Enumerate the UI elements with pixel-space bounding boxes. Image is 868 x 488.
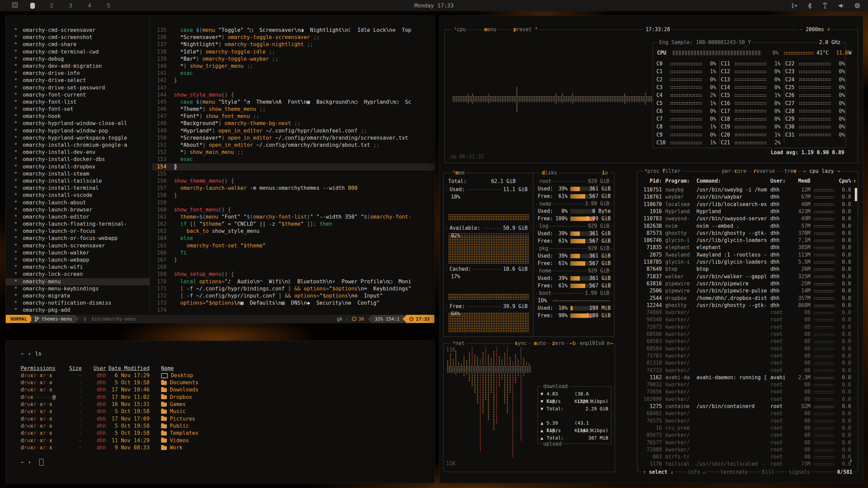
process-row[interactable]: 803btrfs-trroot0B0.0 bbox=[641, 453, 853, 461]
file-item[interactable]: *omarchy-notification-dismiss bbox=[6, 300, 150, 307]
file-item[interactable]: *omarchy-install-vscode bbox=[6, 192, 150, 199]
process-row[interactable]: 110761waybar/usr/bin/waybardhh67M0.0 bbox=[641, 194, 853, 201]
net-box-title[interactable]: ³net bbox=[451, 340, 466, 347]
file-item[interactable]: *omarchy-install-terminal bbox=[6, 185, 150, 192]
file-item[interactable]: *omarchy-hyprland-window-close-all bbox=[6, 120, 150, 127]
process-row[interactable]: 106746glycin-i/usr/lib/glycin-loadersdhh… bbox=[641, 237, 853, 244]
code-line[interactable]: 152 *) show_main_menu ;; bbox=[152, 149, 434, 156]
bluetooth-icon[interactable] bbox=[807, 3, 812, 9]
file-item[interactable]: *omarchy-install-docker-dbs bbox=[6, 156, 150, 163]
code-line[interactable]: 162 if [[ "$theme" = "CNCLD" || -z "$the… bbox=[152, 221, 434, 228]
file-item[interactable]: *omarchy-menu bbox=[6, 278, 150, 285]
volume-icon[interactable] bbox=[838, 3, 845, 9]
kill-button[interactable]: Kill bbox=[761, 469, 776, 475]
info-button[interactable]: info ↵ bbox=[686, 469, 707, 475]
logout-icon[interactable] bbox=[791, 3, 798, 9]
code-line[interactable]: 136 *Screensaver*) omarchy-toggle-screen… bbox=[152, 34, 434, 41]
process-row[interactable]: 16rcu_preeroot0B0.0 bbox=[641, 425, 853, 432]
code-line[interactable]: 174 bbox=[152, 307, 434, 314]
process-row[interactable]: 12244ghostty/usr/bin/ghostty --gtk-dhh86… bbox=[641, 302, 853, 309]
process-row[interactable]: 1170tailscal/usr/sbin/tailscaled --root7… bbox=[641, 461, 853, 468]
process-row[interactable]: 1275containe/usr/bin/containerdroot52M0.… bbox=[641, 403, 853, 410]
file-item[interactable]: *omarchy-launch-wifi bbox=[6, 264, 150, 271]
process-row[interactable]: 73656kworker/root0B0.0 bbox=[641, 388, 853, 396]
code-line[interactable]: 146 *Theme*) show_theme_menu ;; bbox=[152, 106, 434, 113]
file-item[interactable]: *omarchy-install-chromium-google-a bbox=[6, 142, 150, 149]
code-line[interactable]: 164 else bbox=[152, 235, 434, 242]
file-item[interactable]: *omarchy-launch-or-focus-webapp bbox=[6, 235, 150, 242]
process-row[interactable]: 1162avahi-daavahi-daemon: running [avahi… bbox=[641, 374, 853, 382]
scroll-down-icon[interactable]: ↓ bbox=[849, 457, 852, 464]
process-row[interactable]: 73703kworker/root0B0.0 bbox=[641, 352, 853, 360]
process-row[interactable]: 110783swayosd-/usr/bin/swayosd-serverdhh… bbox=[641, 215, 853, 223]
prompt-line[interactable]: ~› bbox=[21, 459, 428, 466]
net-auto-button[interactable]: auto bbox=[532, 340, 547, 347]
file-item[interactable]: *omarchy-dev-add-migration bbox=[6, 63, 150, 70]
process-row[interactable]: 68402kworker/root0B0.0 bbox=[641, 410, 853, 418]
file-item[interactable]: *omarchy-hyprland-window-pop bbox=[6, 127, 150, 135]
filter-button[interactable]: filter bbox=[661, 168, 682, 175]
clock[interactable]: Monday 17:33 bbox=[414, 2, 454, 9]
process-row[interactable]: 94540kworker/root0B0.0 bbox=[641, 316, 853, 324]
process-row[interactable]: 63816pipewire/usr/bin/pipewiredhh25M0.0 bbox=[641, 280, 853, 288]
file-item[interactable]: *omarchy-font-set bbox=[6, 106, 150, 113]
process-row[interactable]: 1916HyprlandHyprlanddhh423M0.0 bbox=[641, 208, 853, 216]
code-line[interactable]: 169show_setup_menu() { bbox=[152, 271, 434, 278]
signals-button[interactable]: signals bbox=[787, 469, 811, 475]
code-line[interactable]: 158} bbox=[152, 192, 434, 199]
mem-box-title[interactable]: ²mem bbox=[451, 169, 466, 176]
code-line[interactable]: 148 *Background*) omarchy-theme-bg-next … bbox=[152, 120, 434, 127]
process-row[interactable]: 71837walker/usr/bin/walker --gappldhh325… bbox=[641, 273, 853, 281]
tree-button[interactable]: tree bbox=[783, 168, 798, 175]
process-row[interactable]: 72073kworker/root0B0.0 bbox=[641, 324, 853, 331]
process-row[interactable]: 2075XwaylandXwayland :1 -rootless -dhh11… bbox=[641, 251, 853, 259]
code-line[interactable]: 142} bbox=[152, 77, 434, 84]
process-row[interactable]: 110670localsea/usr/lib/localsearch-exdhh… bbox=[641, 201, 853, 208]
code-line[interactable]: 154} bbox=[152, 163, 434, 170]
workspace-1-active[interactable] bbox=[30, 3, 35, 9]
code-line[interactable]: 165 omarchy-font-set "$theme" bbox=[152, 242, 434, 249]
net-zero-button[interactable]: zero bbox=[551, 340, 566, 347]
process-row[interactable]: 68583kworker/root0B0.0 bbox=[641, 338, 853, 345]
file-item[interactable]: *omarchy-font-current bbox=[6, 92, 150, 99]
net-sync-button[interactable]: sync bbox=[513, 340, 528, 347]
file-item[interactable]: *omarchy-launch-about bbox=[6, 199, 150, 206]
file-item[interactable]: *omarchy-launch-screensaver bbox=[6, 242, 150, 249]
file-item[interactable]: *omarchy-launch-editor bbox=[6, 214, 150, 221]
file-item[interactable]: *omarchy-hook bbox=[6, 113, 150, 120]
process-row[interactable]: 72088kworker/root0B0.0 bbox=[641, 446, 853, 454]
code-line[interactable]: 172 [ -f ~/.config/hypr/input.conf ] && … bbox=[152, 292, 434, 300]
code-line[interactable]: 151 *About*) open_in_editor ~/.config/om… bbox=[152, 142, 434, 149]
code-line[interactable]: 159 bbox=[152, 199, 434, 206]
process-row[interactable]: 71835elephantelephantdhh385M0.0 bbox=[641, 244, 853, 251]
file-item[interactable]: *omarchy-drive-info bbox=[6, 70, 150, 77]
sort-arrow-icon[interactable]: ↑ bbox=[853, 178, 856, 185]
code-line[interactable]: 170 local options="♪ Audio\n◠ Wifi\nᛒ Bl… bbox=[152, 278, 434, 285]
file-item[interactable]: *omarchy-launch-floating-terminal- bbox=[6, 221, 150, 228]
file-item[interactable]: *omarchy-launch-webapp bbox=[6, 257, 150, 264]
refresh-interval[interactable]: - 2000ms + bbox=[798, 26, 831, 33]
code-line[interactable]: 145 case $(menu "Style" "◔ Theme\nA Font… bbox=[152, 99, 434, 106]
file-item[interactable]: *omarchy-install-dropbox bbox=[6, 163, 150, 170]
file-item[interactable]: *omarchy-hyprland-workspace-toggle bbox=[6, 135, 150, 142]
process-row[interactable]: 76577kworker/root0B0.0 bbox=[641, 439, 853, 447]
disks-title[interactable]: disks bbox=[540, 169, 558, 176]
code-line[interactable]: 141 esac bbox=[152, 70, 434, 77]
code-line[interactable]: 155 bbox=[152, 170, 434, 178]
code-line[interactable]: 161 theme=$(menu "Font" "$(omarchy-font-… bbox=[152, 214, 434, 221]
code-line[interactable]: 156show_theme_menu() { bbox=[152, 178, 434, 185]
proc-box-title[interactable]: ⁴proc bbox=[643, 168, 661, 175]
menu-button[interactable]: menu bbox=[483, 26, 498, 33]
code-line[interactable]: 137 *Nightlight*) omarchy-toggle-nightli… bbox=[152, 41, 434, 48]
process-row[interactable]: 95673kworker/root0B0.0 bbox=[641, 432, 853, 439]
code-line[interactable]: 167} bbox=[152, 257, 434, 264]
process-row[interactable]: 102099kworker/root0B0.0 bbox=[641, 396, 853, 403]
code-line[interactable]: 138 *Idle*) omarchy-toggle-idle ;; bbox=[152, 48, 434, 56]
code-line[interactable]: 143 bbox=[152, 84, 434, 92]
process-row[interactable]: 74869kworker/root0B0.0 bbox=[641, 309, 853, 317]
proc-scrollbar[interactable] bbox=[855, 188, 857, 201]
cpu-box-title[interactable]: ¹cpu bbox=[452, 26, 467, 33]
workspace-5[interactable]: 5 bbox=[99, 2, 118, 9]
net-prev-iface[interactable]: ←b bbox=[568, 340, 577, 347]
process-row[interactable]: 110785glycin-i/usr/lib/glycin-loadersdhh… bbox=[641, 259, 853, 266]
